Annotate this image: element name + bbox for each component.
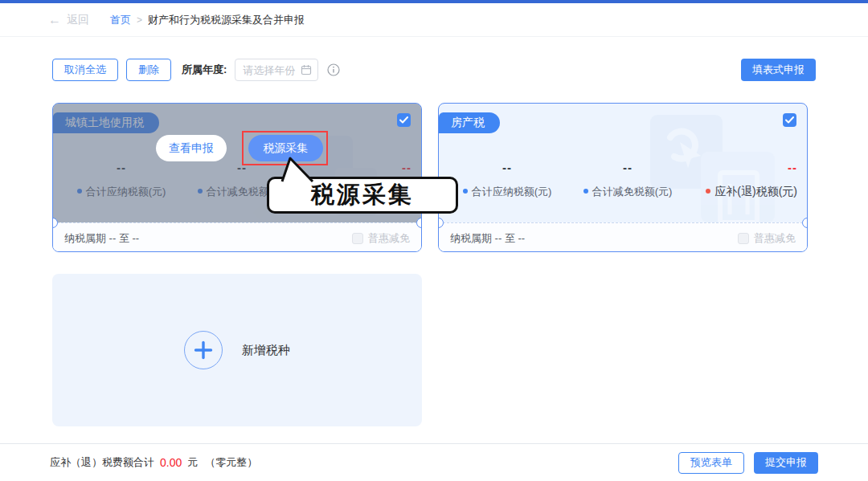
card-notch xyxy=(802,218,808,228)
property-tax-period: 纳税属期 -- 至 -- xyxy=(450,231,525,246)
property-benefit: 普惠减免 xyxy=(738,231,796,246)
stat-refund-label: 应补(退)税额(元) xyxy=(688,185,797,199)
cancel-select-all-button[interactable]: 取消全选 xyxy=(52,59,118,81)
stat-refund-value: -- xyxy=(688,161,797,174)
tax-cards-row: 城镇土地使用税 -- 合计应纳税额(元) -- 合计减免税额(元) -- 应补(… xyxy=(52,103,816,252)
calendar-icon[interactable] xyxy=(301,64,312,75)
bottom-bar-buttons: 预览表单 提交申报 xyxy=(678,452,818,474)
property-card-title-badge: 房产税 xyxy=(439,112,500,133)
preview-form-button[interactable]: 预览表单 xyxy=(678,452,744,474)
tax-card-property: 房产税 -- 合计应纳税额(元) -- 合计减免税额(元) -- 应补(退)税额… xyxy=(438,103,808,252)
breadcrumb-separator: > xyxy=(137,14,142,26)
year-input-field[interactable] xyxy=(243,64,301,76)
total-amount-value: 0.00 xyxy=(160,456,182,469)
benefit-checkbox[interactable] xyxy=(738,233,749,244)
card-notch xyxy=(416,218,422,228)
stat-refund: -- 应补(退)税额(元) xyxy=(688,161,799,199)
land-card-footer: 纳税属期 -- 至 -- 普惠减免 xyxy=(53,222,421,252)
benefit-checkbox[interactable] xyxy=(352,233,363,244)
submit-declare-button[interactable]: 提交申报 xyxy=(754,452,818,474)
add-tax-type-card[interactable]: 新增税种 xyxy=(52,274,422,426)
stat-reduction-label: 合计减免税额(元) xyxy=(567,185,688,199)
stat-payable-label: 合计应纳税额(元) xyxy=(447,185,567,199)
red-dot-icon xyxy=(706,189,710,194)
land-tax-period: 纳税属期 -- 至 -- xyxy=(64,231,139,246)
page-header: ← 返回 首页 > 财产和行为税税源采集及合并申报 xyxy=(0,3,868,37)
annotation-callout: 税源采集 xyxy=(267,177,458,214)
stat-reduction: -- 合计减免税额(元) xyxy=(567,161,688,199)
amount-unit: 元 xyxy=(187,455,198,470)
bottom-action-bar: 应补（退）税费额合计 0.00 元 （零元整） 预览表单 提交申报 xyxy=(0,443,868,481)
stat-reduction-value: -- xyxy=(567,161,688,174)
breadcrumb: 首页 > 财产和行为税税源采集及合并申报 xyxy=(110,13,305,27)
callout-text: 税源采集 xyxy=(311,179,414,211)
callout-tail xyxy=(277,157,317,182)
year-label: 所属年度: xyxy=(182,63,227,77)
blue-dot-icon xyxy=(463,189,468,194)
year-select-input[interactable] xyxy=(235,59,318,81)
table-declare-button[interactable]: 填表式申报 xyxy=(741,59,816,81)
breadcrumb-home[interactable]: 首页 xyxy=(110,13,131,27)
benefit-label: 普惠减免 xyxy=(754,231,796,246)
plus-icon xyxy=(184,331,223,369)
amount-in-words: （零元整） xyxy=(205,455,257,470)
main-content: 取消全选 删除 所属年度: 填表式申报 城镇土地使用税 xyxy=(0,37,868,426)
benefit-label: 普惠减免 xyxy=(368,231,410,246)
stat-payable-value: -- xyxy=(447,161,567,174)
back-arrow-icon: ← xyxy=(48,14,61,26)
stat-payable: -- 合计应纳税额(元) xyxy=(447,161,567,199)
property-card-checkbox[interactable] xyxy=(783,113,796,127)
blue-dot-icon xyxy=(583,189,588,194)
info-icon[interactable] xyxy=(327,63,340,76)
delete-button[interactable]: 删除 xyxy=(126,59,171,81)
land-benefit: 普惠减免 xyxy=(352,231,410,246)
toolbar: 取消全选 删除 所属年度: 填表式申报 xyxy=(52,59,816,81)
total-label: 应补（退）税费额合计 xyxy=(50,455,154,470)
property-card-stats: -- 合计应纳税额(元) -- 合计减免税额(元) -- 应补(退)税额(元) xyxy=(447,161,799,199)
back-label: 返回 xyxy=(67,13,89,27)
property-card-footer: 纳税属期 -- 至 -- 普惠减免 xyxy=(439,222,807,252)
view-declare-button[interactable]: 查看申报 xyxy=(156,135,227,161)
back-button[interactable]: ← 返回 xyxy=(48,13,89,27)
land-card-checkbox[interactable] xyxy=(397,113,411,127)
total-amount-summary: 应补（退）税费额合计 0.00 元 （零元整） xyxy=(50,455,257,470)
add-tax-type-label: 新增税种 xyxy=(242,343,290,358)
breadcrumb-current: 财产和行为税税源采集及合并申报 xyxy=(148,13,305,27)
